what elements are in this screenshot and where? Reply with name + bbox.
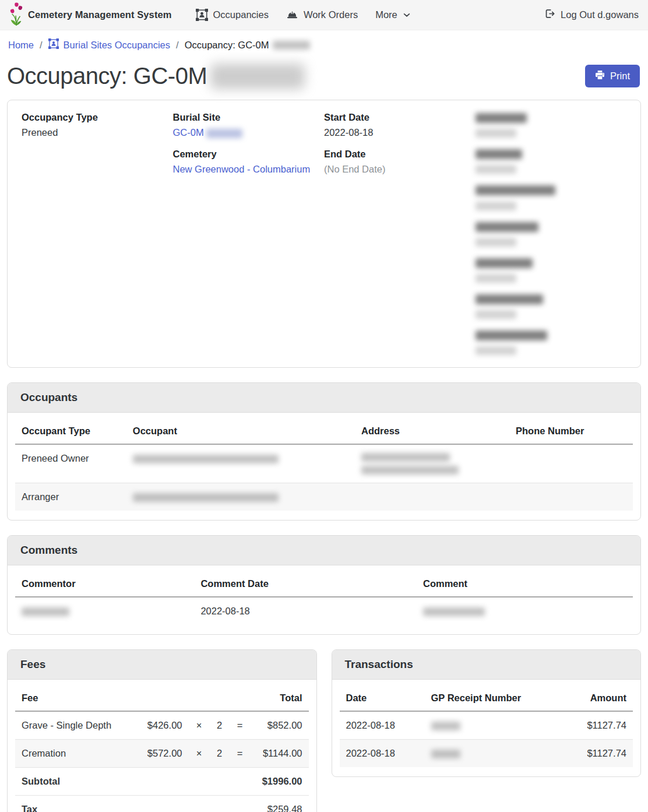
nav-work-orders-label: Work Orders: [304, 9, 358, 20]
fee-name-cell: Cremation: [15, 739, 135, 767]
burial-site-label: Burial Site: [173, 112, 313, 123]
start-date-field: Start Date 2022-08-18: [324, 112, 464, 138]
top-navbar: Cemetery Management System Occupancies W…: [0, 0, 648, 30]
fee-equals-cell: =: [230, 739, 251, 767]
nav-more-label: More: [375, 9, 397, 20]
redacted-field: [476, 184, 615, 210]
transaction-date-cell: 2022-08-18: [340, 739, 425, 767]
tax-row: Tax $259.48: [15, 795, 309, 812]
details-column-2: Burial Site GC-0M Cemetery New Greenwood…: [173, 112, 325, 356]
burial-site-field: Burial Site GC-0M: [173, 112, 313, 138]
page-title-text: Occupancy: GC-0M: [7, 63, 207, 89]
fees-section-title: Fees: [8, 650, 316, 680]
comments-header-comment: Comment: [417, 571, 633, 597]
app-brand[interactable]: Cemetery Management System: [9, 2, 172, 29]
nav-item-more[interactable]: More: [375, 9, 411, 20]
redacted-value: [476, 310, 516, 319]
subtotal-row: Subtotal $1996.00: [15, 767, 309, 795]
occupancy-type-label: Occupancy Type: [22, 112, 161, 123]
occupant-type-cell: Arranger: [15, 483, 126, 511]
breadcrumb: Home / Burial Sites Occupancies / Occupa…: [0, 30, 648, 57]
table-row: 2022-08-18 $1127.74: [340, 711, 633, 740]
redacted-value: [476, 129, 516, 138]
comments-section-title: Comments: [8, 536, 640, 565]
occupancy-type-field: Occupancy Type Preneed: [22, 112, 161, 138]
page-title: Occupancy: GC-0M: [7, 63, 305, 89]
cemetery-label: Cemetery: [173, 149, 313, 160]
fees-transactions-row: Fees Fee Total Grave - Single Depth: [0, 649, 648, 812]
hard-hat-icon: [286, 9, 298, 21]
redacted-field: [476, 148, 615, 174]
redacted-label: [476, 258, 533, 268]
fee-name-cell: Grave - Single Depth: [15, 711, 135, 740]
table-row: 2022-08-18: [15, 597, 633, 625]
fees-card: Fees Fee Total Grave - Single Depth: [7, 649, 317, 812]
breadcrumb-occupancies-link[interactable]: Burial Sites Occupancies: [48, 38, 170, 51]
details-column-1: Occupancy Type Preneed: [22, 112, 173, 356]
chevron-down-icon: [403, 11, 411, 19]
tax-value: $259.48: [251, 795, 309, 812]
redacted-label: [476, 149, 522, 159]
transactions-card: Transactions Date GP Receipt Number Amou…: [332, 649, 642, 777]
transactions-header-date: Date: [340, 686, 425, 711]
fee-equals-cell: =: [230, 711, 251, 740]
occupants-header-type: Occupant Type: [15, 419, 126, 444]
redacted-text: [206, 129, 242, 138]
redacted-text: [22, 607, 69, 616]
redacted-text: [431, 722, 460, 730]
breadcrumb-home-link[interactable]: Home: [8, 40, 34, 51]
comment-date-cell: 2022-08-18: [194, 597, 417, 625]
commentor-cell: [15, 597, 194, 625]
nav-item-work-orders[interactable]: Work Orders: [286, 9, 358, 21]
nav-occupancies-label: Occupancies: [213, 9, 269, 20]
fees-header-fee: Fee: [15, 686, 135, 711]
occupant-name-cell: [126, 483, 355, 511]
redacted-label: [476, 222, 538, 232]
end-date-label: End Date: [324, 149, 464, 160]
redacted-value: [476, 202, 516, 210]
end-date-field: End Date (No End Date): [324, 149, 464, 175]
redacted-field: [476, 293, 615, 319]
transaction-amount-cell: $1127.74: [548, 739, 633, 767]
occupant-address-cell: [355, 444, 509, 483]
fee-total-cell: $852.00: [251, 711, 309, 740]
fees-header-total: Total: [251, 686, 309, 711]
app-title: Cemetery Management System: [28, 9, 172, 20]
redacted-text: [423, 607, 485, 616]
table-row: Preneed Owner: [15, 444, 633, 483]
print-button-label: Print: [610, 71, 630, 82]
transaction-receipt-cell: [425, 711, 548, 740]
burial-plot-icon-blue: [48, 38, 59, 51]
transactions-table: Date GP Receipt Number Amount 2022-08-18…: [340, 686, 633, 767]
start-date-value: 2022-08-18: [324, 127, 464, 138]
fee-total-cell: $1144.00: [251, 739, 309, 767]
occupants-table: Occupant Type Occupant Address Phone Num…: [15, 419, 633, 511]
comment-cell: [417, 597, 633, 625]
fee-qty-cell: 2: [210, 739, 230, 767]
logout-label: Log Out d.gowans: [561, 9, 639, 20]
cemetery-link[interactable]: New Greenwood - Columbarium: [173, 164, 311, 174]
redacted-value: [476, 165, 516, 174]
redacted-text: [133, 455, 279, 463]
burial-site-link[interactable]: GC-0M: [173, 127, 204, 138]
end-date-value: (No End Date): [324, 164, 464, 175]
fee-price-cell: $426.00: [135, 711, 189, 740]
logout-button[interactable]: Log Out d.gowans: [544, 8, 639, 22]
breadcrumb-current: Occupancy: GC-0M: [185, 40, 310, 51]
occupants-header-phone: Phone Number: [509, 419, 633, 444]
redacted-text: [133, 493, 279, 502]
occupants-header-address: Address: [355, 419, 509, 444]
redacted-label: [476, 113, 527, 123]
redacted-field: [476, 112, 615, 138]
redacted-label: [476, 185, 555, 195]
print-button[interactable]: Print: [585, 65, 640, 87]
redacted-text: [431, 750, 460, 758]
fees-table: Fee Total Grave - Single Depth $426.00 ×…: [15, 686, 309, 812]
table-row: Arranger: [15, 483, 633, 511]
redacted-value: [476, 346, 516, 355]
comments-card: Comments Commentor Comment Date Comment …: [7, 535, 641, 635]
redacted-field: [476, 257, 615, 283]
redacted-field: [476, 220, 615, 247]
nav-item-occupancies[interactable]: Occupancies: [196, 9, 269, 21]
transaction-amount-cell: $1127.74: [548, 711, 633, 740]
